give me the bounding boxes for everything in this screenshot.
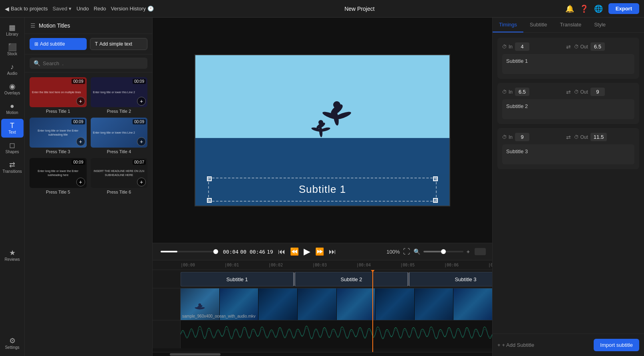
timeline-tracks-area: Subtitle 1 Subtitle 2 Subtitle 3 — [153, 270, 492, 352]
svg-point-8 — [318, 120, 323, 125]
version-history-button[interactable]: Version History 🕐 — [111, 6, 154, 12]
help-icon[interactable]: ❓ — [580, 4, 588, 13]
playhead-arrow — [370, 270, 375, 272]
timing-out-field-3: ⏱ Out 11.5 — [574, 133, 635, 141]
video-thumb-birds — [188, 297, 211, 316]
tab-subtitle[interactable]: Subtitle — [523, 18, 553, 32]
fast-forward-button[interactable]: ⏩ — [315, 247, 324, 256]
timing-sync-button-2[interactable]: ⇄ — [566, 89, 571, 95]
notifications-icon[interactable]: 🔔 — [565, 4, 574, 13]
zoom-thumb — [441, 249, 446, 254]
back-to-projects-button[interactable]: ◀ Back to projects — [5, 6, 48, 12]
template-thumb-1: Enter the title text here on multiple li… — [30, 77, 87, 107]
add-simple-text-button[interactable]: T Add simple text — [90, 38, 148, 50]
subtitle-text-box-3[interactable]: Subtitle 3 — [502, 144, 634, 164]
color-picker-preview[interactable] — [475, 248, 486, 255]
add-subtitle-button[interactable]: ⊞ Add subtitle — [30, 38, 87, 50]
tab-timings[interactable]: Timings — [493, 18, 523, 32]
zoom-out-icon[interactable]: 🔍 — [413, 248, 420, 255]
timeline-track-container: Subtitle 1 Subtitle 2 Subtitle 3 — [153, 270, 492, 352]
template-name-5: Press Title 5 — [30, 190, 87, 194]
sidebar-item-motion[interactable]: ● Motion — [1, 99, 24, 118]
sidebar-item-library[interactable]: ▦ Library — [1, 21, 24, 40]
add-subtitle-link[interactable]: + + Add Subtitle — [497, 342, 534, 348]
subtitle-clips-container: Subtitle 1 Subtitle 2 Subtitle 3 — [181, 272, 492, 286]
sidebar-item-label: Motion — [6, 110, 18, 115]
language-icon[interactable]: 🌐 — [594, 4, 603, 13]
sidebar-item-shapes[interactable]: ◻ Shapes — [1, 138, 24, 157]
template-name-2: Press Title 2 — [91, 109, 148, 114]
template-add-button-6[interactable]: + — [137, 178, 146, 186]
corner-handle-tl[interactable] — [207, 176, 212, 181]
sidebar-item-settings[interactable]: ⚙ Settings — [1, 334, 24, 353]
tab-style[interactable]: Style — [588, 18, 612, 32]
timing-out-value-3[interactable]: 11.5 — [590, 133, 607, 141]
template-press-title-1[interactable]: Enter the title text here on multiple li… — [30, 77, 87, 114]
sidebar-item-label: Reviews — [5, 257, 20, 262]
tab-translate[interactable]: Translate — [553, 18, 588, 32]
template-name-1: Press Title 1 — [30, 109, 87, 114]
template-add-button-5[interactable]: + — [76, 178, 85, 186]
skip-to-start-button[interactable]: ⏮ — [278, 248, 285, 256]
timeline-scrollbar[interactable] — [153, 352, 492, 356]
redo-button[interactable]: Redo — [93, 6, 106, 12]
duration-badge-5: 00:09 — [72, 160, 85, 165]
subtitle-text-box-2[interactable]: Subtitle 2 — [502, 99, 634, 119]
sidebar-item-transitions[interactable]: ⇄ Transitions — [1, 158, 24, 177]
sidebar-item-reviews[interactable]: ★ Reviews — [1, 246, 24, 265]
sidebar-item-overlays[interactable]: ◉ Overlays — [1, 80, 24, 98]
timing-out-value-2[interactable]: 9 — [590, 88, 605, 96]
timing-sync-button-1[interactable]: ⇄ — [566, 44, 571, 50]
progress-bar[interactable] — [161, 251, 217, 252]
template-press-title-6[interactable]: INSERT THE HEADLINE HERE ON 2LN SUBHEADL… — [91, 158, 148, 194]
rewind-button[interactable]: ⏪ — [290, 247, 299, 256]
timing-in-label-2: ⏱ In — [502, 89, 513, 95]
timeline-scrollbar-thumb[interactable] — [170, 353, 221, 356]
duration-badge-4: 00:09 — [133, 119, 146, 124]
template-add-button-4[interactable]: + — [137, 137, 146, 146]
svg-point-13 — [199, 303, 201, 306]
template-add-button-1[interactable]: + — [76, 97, 85, 106]
import-subtitle-button[interactable]: Import subtitle — [594, 339, 639, 351]
fullscreen-button[interactable]: ⛶ — [403, 248, 410, 256]
audio-icon: ♪ — [10, 63, 14, 70]
subtitle-clip-3[interactable]: Subtitle 3 — [409, 272, 492, 286]
template-press-title-5[interactable]: Enter long title or lower the Enter subh… — [30, 158, 87, 194]
timing-out-value-1[interactable]: 6.5 — [590, 42, 605, 51]
duration-badge-1: 00:09 — [72, 79, 85, 84]
template-press-title-2[interactable]: Enter long title or lower this Line 2 00… — [91, 77, 148, 114]
timing-sync-button-3[interactable]: ⇄ — [566, 134, 571, 140]
subtitle-clip-2[interactable]: Subtitle 2 — [294, 272, 408, 286]
template-press-title-3[interactable]: Enter long title or lower the Enter subh… — [30, 118, 87, 154]
ruler-mark-7: |00:07 — [488, 263, 492, 267]
subtitle-text-box-1[interactable]: Subtitle 1 — [502, 54, 634, 74]
timing-in-value-3[interactable]: 9 — [515, 133, 529, 141]
corner-handle-bl[interactable] — [207, 198, 212, 203]
zoom-slider[interactable] — [423, 251, 463, 252]
saved-dropdown-icon[interactable]: ▾ — [69, 6, 72, 12]
play-pause-button[interactable]: ▶ — [304, 246, 310, 257]
total-frames: 19 — [267, 249, 273, 255]
template-add-button-3[interactable]: + — [76, 137, 85, 146]
sidebar-item-stock[interactable]: ⬛ Stock — [1, 40, 24, 59]
sidebar-item-audio[interactable]: ♪ Audio — [1, 60, 24, 79]
export-button[interactable]: Export — [608, 3, 639, 14]
total-time: 00:46 — [250, 249, 265, 255]
subtitle-clip-1[interactable]: Subtitle 1 — [181, 272, 294, 286]
template-press-title-4[interactable]: Enter long title or lower this Line 2 00… — [91, 118, 148, 154]
audio-track — [153, 320, 492, 348]
duration-badge-6: 00:07 — [133, 160, 146, 165]
sidebar-item-text[interactable]: T Text — [1, 119, 24, 138]
zoom-in-icon[interactable]: + — [467, 248, 470, 255]
skip-to-end-button[interactable]: ⏭ — [329, 248, 336, 256]
main-layout: ▦ Library ⬛ Stock ♪ Audio ◉ Overlays ● M… — [0, 18, 644, 356]
search-input[interactable] — [43, 60, 143, 66]
search-input-wrap[interactable]: 🔍 — [30, 58, 147, 69]
template-add-button-2[interactable]: + — [137, 97, 146, 106]
timing-in-value-1[interactable]: 4 — [515, 42, 529, 51]
right-panel-content: ⏱ In 4 ⇄ ⏱ Out 6.5 Subtitle 1 — [493, 33, 644, 334]
undo-button[interactable]: Undo — [76, 6, 89, 12]
timing-in-value-2[interactable]: 6.5 — [515, 88, 529, 96]
corner-handle-tr[interactable] — [433, 176, 438, 181]
corner-handle-br[interactable] — [433, 198, 438, 203]
